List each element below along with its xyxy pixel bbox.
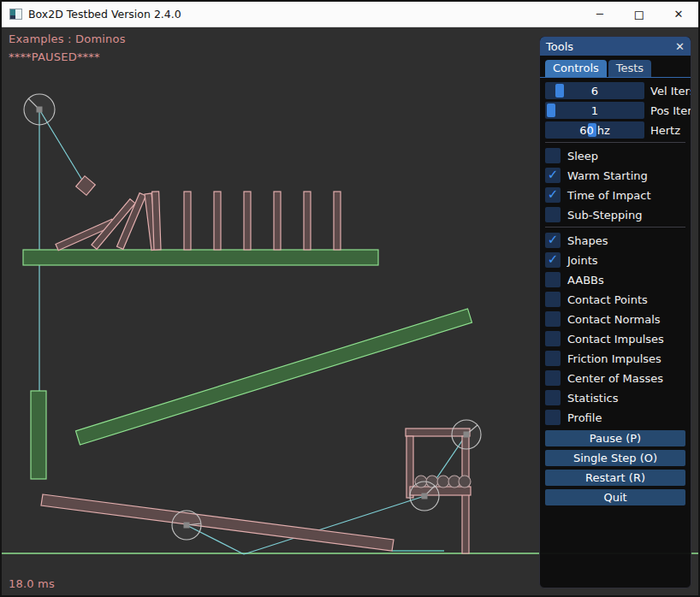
window-title: Box2D Testbed Version 2.4.0 xyxy=(28,8,181,21)
checkbox-joints[interactable]: ✓ xyxy=(545,252,561,268)
tools-panel: Tools ✕ Controls Tests 6 Vel Iters 1 P xyxy=(539,36,691,588)
checkbox-label-contact-normals: Contact Normals xyxy=(567,313,661,326)
frame-time-label: 18.0 ms xyxy=(9,577,55,590)
checkbox-row-friction-impulses: Friction Impulses xyxy=(545,351,685,366)
checkbox-label-contact-impulses: Contact Impulses xyxy=(567,333,664,346)
checkbox-label-contact-points: Contact Points xyxy=(567,293,648,306)
pause-p-button[interactable]: Pause (P) xyxy=(545,430,685,446)
checkbox-statistics[interactable] xyxy=(545,390,561,405)
checkbox-row-contact-impulses: Contact Impulses xyxy=(545,331,685,346)
window-controls: ─ ◻ ✕ xyxy=(580,2,698,27)
checkbox-contact-points[interactable] xyxy=(545,292,561,307)
upright-dominoes xyxy=(152,192,341,250)
checkbox-row-sleep: Sleep xyxy=(545,148,685,163)
platform-top xyxy=(23,250,378,265)
checkbox-label-time-of-impact: Time of Impact xyxy=(567,189,651,202)
minimize-button[interactable]: ─ xyxy=(580,2,620,27)
tools-tabbar: Controls Tests xyxy=(540,56,691,78)
slider-row-pos-iters: 1 Pos Iters xyxy=(545,102,685,119)
quit-button[interactable]: Quit xyxy=(545,489,685,505)
checkbox-time-of-impact[interactable]: ✓ xyxy=(545,187,561,203)
ramp-middle xyxy=(76,309,472,445)
checkbox-row-joints: ✓Joints xyxy=(545,252,685,268)
checkbox-label-profile: Profile xyxy=(567,411,602,424)
fallen-dominoes xyxy=(56,193,158,251)
vel-iters-slider[interactable]: 6 xyxy=(545,82,644,99)
checkbox-label-warm-starting: Warm Starting xyxy=(567,169,648,182)
tab-tests[interactable]: Tests xyxy=(608,60,651,77)
checkmark-icon: ✓ xyxy=(548,233,559,246)
example-name-label: Examples : Dominos xyxy=(9,33,126,45)
slider-row-vel-iters: 6 Vel Iters xyxy=(545,82,685,99)
checkbox-label-aabbs: AABBs xyxy=(567,274,604,287)
checkbox-friction-impulses[interactable] xyxy=(545,351,561,366)
checkbox-row-sub-stepping: Sub-Stepping xyxy=(545,207,685,222)
checkbox-row-contact-normals: Contact Normals xyxy=(545,311,685,327)
checkmark-icon: ✓ xyxy=(548,168,559,181)
checkbox-row-time-of-impact: ✓Time of Impact xyxy=(545,187,685,203)
checkbox-row-warm-starting: ✓Warm Starting xyxy=(545,168,685,183)
pos-iters-slider[interactable]: 1 xyxy=(545,102,644,119)
tools-panel-close-icon[interactable]: ✕ xyxy=(675,41,685,52)
checkbox-shapes[interactable]: ✓ xyxy=(545,233,561,248)
checkbox-contact-normals[interactable] xyxy=(545,311,561,327)
checkbox-label-sub-stepping: Sub-Stepping xyxy=(567,209,642,222)
checkmark-icon: ✓ xyxy=(548,253,559,266)
window-titlebar: Box2D Testbed Version 2.4.0 ─ ◻ ✕ xyxy=(2,2,698,27)
separator xyxy=(545,227,685,228)
tools-panel-titlebar[interactable]: Tools ✕ xyxy=(540,37,691,56)
checkbox-row-profile: Profile xyxy=(545,410,685,425)
hanging-box xyxy=(76,176,96,196)
checkbox-row-statistics: Statistics xyxy=(545,390,685,405)
checkbox-label-sleep: Sleep xyxy=(567,150,598,163)
single-step-o-button[interactable]: Single Step (O) xyxy=(545,450,685,466)
checkbox-center-of-masses[interactable] xyxy=(545,370,561,386)
checkbox-label-center-of-masses: Center of Masses xyxy=(567,372,663,385)
app-icon xyxy=(9,9,22,20)
checkbox-row-shapes: ✓Shapes xyxy=(545,233,685,248)
restart-r-button[interactable]: Restart (R) xyxy=(545,470,685,486)
checkbox-label-shapes: Shapes xyxy=(567,234,608,247)
tools-panel-title: Tools xyxy=(546,40,573,53)
checkbox-label-joints: Joints xyxy=(567,254,598,267)
checkbox-group-draw: ✓Shapes✓JointsAABBsContact PointsContact… xyxy=(545,233,685,425)
checkmark-icon: ✓ xyxy=(548,188,559,201)
vel-iters-label: Vel Iters xyxy=(650,85,691,98)
separator xyxy=(545,142,685,143)
checkbox-aabbs[interactable] xyxy=(545,272,561,287)
checkbox-label-statistics: Statistics xyxy=(567,392,618,405)
checkbox-group-solver: Sleep✓Warm Starting✓Time of ImpactSub-St… xyxy=(545,148,685,222)
tab-controls[interactable]: Controls xyxy=(545,60,607,77)
checkbox-row-aabbs: AABBs xyxy=(545,272,685,287)
anchor-squares xyxy=(37,107,470,529)
post-left xyxy=(31,391,46,479)
hertz-label: Hertz xyxy=(650,124,680,137)
checkbox-sub-stepping[interactable] xyxy=(545,207,561,222)
pos-iters-value: 1 xyxy=(545,102,644,119)
checkbox-row-center-of-masses: Center of Masses xyxy=(545,370,685,386)
checkbox-contact-impulses[interactable] xyxy=(545,331,561,346)
checkbox-sleep[interactable] xyxy=(545,148,561,163)
close-button[interactable]: ✕ xyxy=(659,2,698,27)
checkbox-row-contact-points: Contact Points xyxy=(545,292,685,307)
pos-iters-label: Pos Iters xyxy=(650,104,691,117)
action-buttons: Pause (P)Single Step (O)Restart (R)Quit xyxy=(545,430,685,505)
paused-status-label: ****PAUSED**** xyxy=(9,50,100,63)
hertz-value: 60 hz xyxy=(545,121,644,139)
vel-iters-value: 6 xyxy=(545,82,644,99)
app-window: Examples : Dominos ****PAUSED**** 18.0 m… xyxy=(0,0,700,597)
slider-row-hertz: 60 hz Hertz xyxy=(545,121,685,139)
checkbox-warm-starting[interactable]: ✓ xyxy=(545,168,561,183)
checkbox-label-friction-impulses: Friction Impulses xyxy=(567,352,661,365)
checkbox-profile[interactable] xyxy=(545,410,561,425)
maximize-button[interactable]: ◻ xyxy=(620,2,659,27)
hertz-slider[interactable]: 60 hz xyxy=(545,121,644,139)
